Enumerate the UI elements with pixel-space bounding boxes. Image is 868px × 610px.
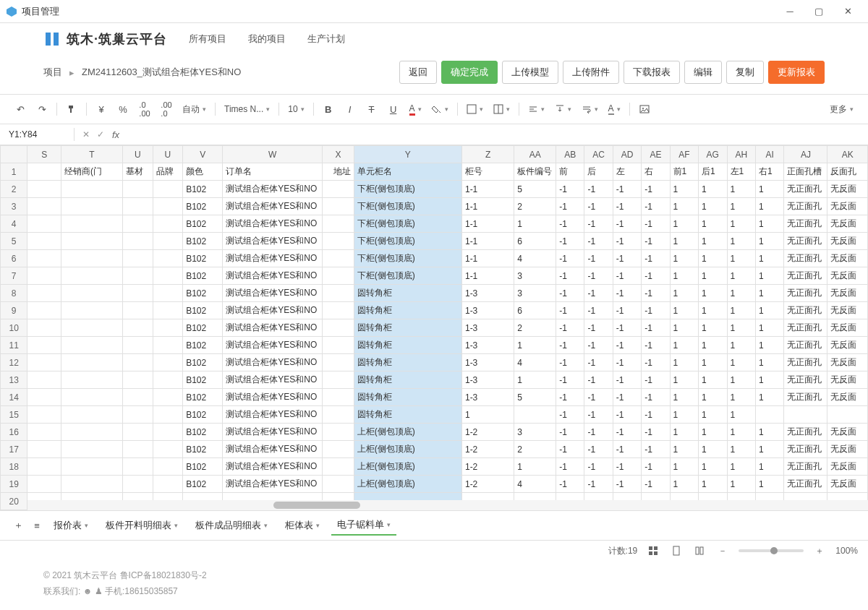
col-header-U[interactable]: U <box>153 146 183 163</box>
cell[interactable]: -1 <box>556 250 584 267</box>
sheet-tab-1[interactable]: 板件开料明细表▾ <box>100 515 184 536</box>
cell[interactable]: 圆转角柜 <box>354 406 461 424</box>
cell[interactable]: -1 <box>613 233 641 250</box>
cell[interactable]: B102 <box>183 441 223 458</box>
cell[interactable] <box>61 181 122 198</box>
cell[interactable] <box>323 476 354 493</box>
cell[interactable]: 2 <box>514 441 556 458</box>
cell[interactable]: -1 <box>556 424 584 441</box>
cell[interactable] <box>61 441 122 458</box>
cell[interactable]: 无正面孔 <box>784 250 827 267</box>
cell[interactable] <box>153 302 183 319</box>
cell[interactable] <box>61 267 122 285</box>
cell[interactable]: B102 <box>183 267 223 285</box>
font-size-select[interactable]: 10▾ <box>284 99 308 119</box>
cell[interactable] <box>61 198 122 215</box>
cell[interactable]: 1 <box>755 458 783 476</box>
cell[interactable] <box>122 441 153 458</box>
cell[interactable]: 圆转角柜 <box>354 319 461 337</box>
cell[interactable]: 1-2 <box>461 441 514 458</box>
cell-header[interactable]: 右 <box>642 163 670 181</box>
cell[interactable]: 无反面 <box>827 198 868 215</box>
cell[interactable] <box>153 406 183 424</box>
cell[interactable] <box>122 285 153 302</box>
cell[interactable]: -1 <box>556 371 584 389</box>
qq-icon[interactable]: ♟ <box>95 586 103 596</box>
sheet-tab-0[interactable]: 报价表▾ <box>48 515 94 536</box>
cell[interactable]: 无正面孔 <box>784 181 827 198</box>
cell[interactable] <box>27 285 61 302</box>
cell[interactable]: -1 <box>642 354 670 371</box>
cell[interactable] <box>122 215 153 233</box>
cell[interactable]: -1 <box>642 337 670 354</box>
cell[interactable]: 测试组合柜体YES和NO <box>223 371 323 389</box>
confirm-complete-button[interactable]: 确定完成 <box>441 61 498 84</box>
cell[interactable]: 1 <box>699 406 727 424</box>
cell[interactable]: 下柜(侧包顶底) <box>354 233 461 250</box>
cell[interactable]: -1 <box>584 389 613 406</box>
cell[interactable]: 圆转角柜 <box>354 285 461 302</box>
cell[interactable]: 1 <box>727 302 755 319</box>
cell[interactable] <box>61 233 122 250</box>
cell[interactable]: 无正面孔 <box>784 476 827 493</box>
cell[interactable]: 无反面 <box>827 181 868 198</box>
cell[interactable] <box>61 285 122 302</box>
col-header-Y[interactable]: Y <box>354 146 461 163</box>
row-header-7[interactable]: 7 <box>1 267 27 285</box>
cell[interactable] <box>27 233 61 250</box>
wrap-select[interactable]: 自动▾ <box>178 99 210 119</box>
cell[interactable] <box>122 406 153 424</box>
italic-button[interactable]: I <box>340 99 360 119</box>
cell[interactable]: -1 <box>556 285 584 302</box>
cell[interactable] <box>153 389 183 406</box>
cell[interactable]: 圆转角柜 <box>354 302 461 319</box>
cell[interactable]: 1-3 <box>461 319 514 337</box>
cell[interactable]: -1 <box>584 198 613 215</box>
col-header-S[interactable]: S <box>27 146 61 163</box>
row-header-1[interactable]: 1 <box>1 163 27 181</box>
view-break-icon[interactable] <box>692 544 707 558</box>
nav-production-plan[interactable]: 生产计划 <box>307 33 345 46</box>
cell[interactable] <box>27 371 61 389</box>
cell[interactable] <box>153 267 183 285</box>
cell[interactable] <box>153 233 183 250</box>
increase-decimal-button[interactable]: .00.0 <box>156 99 176 119</box>
cell[interactable]: 无正面孔 <box>784 285 827 302</box>
cell[interactable]: 1 <box>755 181 783 198</box>
row-header-13[interactable]: 13 <box>1 371 27 389</box>
window-minimize-button[interactable]: ─ <box>775 1 804 22</box>
cell[interactable]: 1 <box>670 476 698 493</box>
zoom-out-button[interactable]: － <box>715 544 730 558</box>
redo-button[interactable]: ↷ <box>32 99 52 119</box>
cell[interactable]: 1 <box>755 371 783 389</box>
cell[interactable]: 无反面 <box>827 302 868 319</box>
cell[interactable]: 1 <box>670 406 698 424</box>
cell-header[interactable]: 订单名 <box>223 163 323 181</box>
cell[interactable]: 1 <box>727 354 755 371</box>
cell[interactable] <box>27 458 61 476</box>
cell[interactable]: 1 <box>699 233 727 250</box>
cell[interactable]: B102 <box>183 406 223 424</box>
cell[interactable]: 1 <box>727 458 755 476</box>
cell[interactable]: -1 <box>584 181 613 198</box>
cell-header[interactable]: 正面孔槽 <box>784 163 827 181</box>
cell[interactable]: 1 <box>727 198 755 215</box>
col-header-AF[interactable]: AF <box>670 146 698 163</box>
cell[interactable]: 下柜(侧包顶底) <box>354 198 461 215</box>
cell[interactable]: 5 <box>514 181 556 198</box>
cell[interactable]: 1 <box>727 406 755 424</box>
cell[interactable]: 下柜(侧包顶底) <box>354 267 461 285</box>
cell[interactable]: 无反面 <box>827 389 868 406</box>
cell[interactable]: 6 <box>514 302 556 319</box>
cell[interactable]: -1 <box>613 181 641 198</box>
cell[interactable]: 测试组合柜体YES和NO <box>223 354 323 371</box>
cell[interactable]: -1 <box>613 319 641 337</box>
cell[interactable]: 上柜(侧包顶底) <box>354 476 461 493</box>
cell[interactable]: 测试组合柜体YES和NO <box>223 302 323 319</box>
cell[interactable]: 1 <box>755 267 783 285</box>
cell-header[interactable]: 左 <box>613 163 641 181</box>
cell[interactable]: -1 <box>642 458 670 476</box>
sheet-tab-3[interactable]: 柜体表▾ <box>279 515 326 536</box>
cell[interactable]: -1 <box>584 302 613 319</box>
cell[interactable] <box>514 406 556 424</box>
